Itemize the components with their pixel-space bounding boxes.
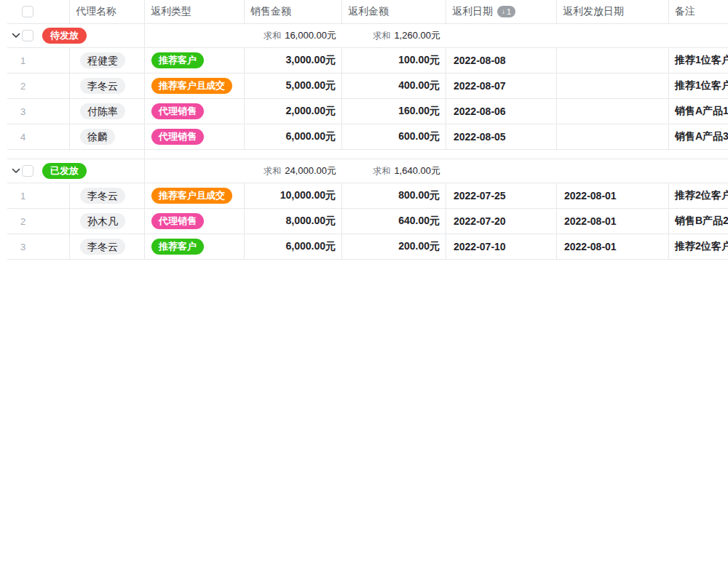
- notes-cell[interactable]: 销售A产品1件: [669, 99, 728, 124]
- notes-value: 推荐2位客户: [675, 240, 728, 253]
- row-number: 1: [20, 55, 25, 66]
- sort-descending-icon: ↓: [502, 8, 505, 15]
- rebate-date-cell[interactable]: 2022-07-25: [446, 183, 557, 208]
- rebate-amount-cell[interactable]: 160.00元: [342, 99, 446, 124]
- issue-date-cell[interactable]: 2022-08-01: [557, 183, 669, 208]
- issue-date-cell[interactable]: [557, 73, 669, 98]
- notes-cell[interactable]: 推荐1位客户: [669, 48, 728, 73]
- rebate-amount-value: 200.00元: [398, 240, 440, 253]
- rebate-type-cell[interactable]: 推荐客户: [145, 234, 245, 259]
- row-number-cell[interactable]: 3: [7, 99, 70, 124]
- rebate-type-cell[interactable]: 推荐客户且成交: [145, 73, 245, 98]
- group-sum-sales: 24,000.00元: [285, 164, 336, 178]
- sales-amount-cell[interactable]: 8,000.00元: [245, 209, 342, 234]
- group-badge[interactable]: 待发放: [42, 28, 87, 44]
- group-gap-row: [7, 150, 728, 159]
- row-number: 1: [20, 191, 25, 202]
- rebate-date-cell[interactable]: 2022-07-10: [446, 234, 557, 259]
- rebate-amount-cell[interactable]: 200.00元: [342, 234, 446, 259]
- sales-amount-cell[interactable]: 3,000.00元: [245, 48, 342, 73]
- sum-label: 求和: [373, 30, 390, 42]
- notes-cell[interactable]: 销售B产品2件: [669, 209, 728, 234]
- issue-date-cell[interactable]: [557, 48, 669, 73]
- sales-amount-cell[interactable]: 6,000.00元: [245, 124, 342, 149]
- sales-amount-cell[interactable]: 2,000.00元: [245, 99, 342, 124]
- column-header-agent-name[interactable]: 代理名称: [70, 0, 145, 23]
- agent-name-cell[interactable]: 付陈率: [70, 99, 145, 124]
- column-header-issue-date[interactable]: 返利发放日期: [557, 0, 669, 23]
- row-number-cell[interactable]: 2: [7, 209, 70, 234]
- table-row: 4 徐麟 代理销售 6,000.00元 600.00元 2022-08-05 销…: [7, 124, 728, 150]
- row-number-cell[interactable]: 2: [7, 73, 70, 98]
- agent-name-cell[interactable]: 程健雯: [70, 48, 145, 73]
- group-select-checkbox[interactable]: [22, 30, 33, 41]
- agent-name-cell[interactable]: 李冬云: [70, 73, 145, 98]
- rebate-type-badge: 推荐客户且成交: [151, 78, 232, 94]
- agent-name-pill: 付陈率: [80, 103, 125, 119]
- notes-cell[interactable]: 销售A产品3件: [669, 124, 728, 149]
- rebate-date-cell[interactable]: 2022-08-07: [446, 73, 557, 98]
- issue-date-cell[interactable]: 2022-08-01: [557, 209, 669, 234]
- group-sum-sales-cell[interactable]: 求和24,000.00元: [245, 159, 342, 183]
- table-grid: 代理名称 返利类型 销售金额 返利金额 返利日期 ↓1 返利发放日期 备注 待发…: [7, 0, 728, 260]
- column-header-sales-amount[interactable]: 销售金额: [245, 0, 342, 23]
- group-badge[interactable]: 已发放: [42, 163, 87, 179]
- column-header-label: 销售金额: [250, 5, 291, 18]
- issue-date-cell[interactable]: [557, 124, 669, 149]
- sales-amount-cell[interactable]: 6,000.00元: [245, 234, 342, 259]
- column-header-rebate-type[interactable]: 返利类型: [145, 0, 245, 23]
- rebate-amount-cell[interactable]: 640.00元: [342, 209, 446, 234]
- rebate-amount-cell[interactable]: 400.00元: [342, 73, 446, 98]
- select-all-checkbox[interactable]: [22, 6, 33, 17]
- group-select-checkbox[interactable]: [22, 165, 33, 177]
- row-number-cell[interactable]: 3: [7, 234, 70, 259]
- rebate-type-cell[interactable]: 代理销售: [145, 99, 245, 124]
- notes-cell[interactable]: 推荐2位客户: [669, 183, 728, 208]
- row-number-cell[interactable]: 1: [7, 183, 70, 208]
- group-sum-rebate: 1,260.00元: [394, 29, 440, 42]
- agent-name-cell[interactable]: 李冬云: [70, 183, 145, 208]
- notes-value: 销售A产品1件: [675, 105, 728, 118]
- agent-name-cell[interactable]: 李冬云: [70, 234, 145, 259]
- rebate-amount-value: 640.00元: [398, 215, 440, 228]
- notes-cell[interactable]: 推荐2位客户: [669, 234, 728, 259]
- rebate-date-cell[interactable]: 2022-08-06: [446, 99, 557, 124]
- group-sum-rebate-cell[interactable]: 求和1,640.00元: [342, 159, 446, 183]
- rebate-date-value: 2022-08-08: [454, 55, 506, 66]
- column-header-rebate-date[interactable]: 返利日期 ↓1: [446, 0, 557, 23]
- issue-date-cell[interactable]: [557, 99, 669, 124]
- issue-date-cell[interactable]: 2022-08-01: [557, 234, 669, 259]
- group-empty-cell: [557, 159, 669, 183]
- header-select-cell: [7, 0, 70, 23]
- sales-amount-cell[interactable]: 10,000.00元: [245, 183, 342, 208]
- sort-badge[interactable]: ↓1: [497, 6, 515, 17]
- group-sum-sales-cell[interactable]: 求和16,000.00元: [245, 24, 342, 47]
- column-header-label: 返利类型: [151, 5, 191, 18]
- rebate-type-cell[interactable]: 推荐客户且成交: [145, 183, 245, 208]
- rebate-date-cell[interactable]: 2022-08-08: [446, 48, 557, 73]
- rebate-date-cell[interactable]: 2022-08-05: [446, 124, 557, 149]
- sales-amount-cell[interactable]: 5,000.00元: [245, 73, 342, 98]
- table-row: 3 李冬云 推荐客户 6,000.00元 200.00元 2022-07-10 …: [7, 234, 728, 260]
- rebate-type-cell[interactable]: 代理销售: [145, 209, 245, 234]
- group-empty-cell: [669, 159, 728, 183]
- rebate-type-badge: 代理销售: [151, 129, 204, 145]
- agent-name-cell[interactable]: 孙木凡: [70, 209, 145, 234]
- rebate-type-badge: 推荐客户: [151, 52, 204, 68]
- agent-name-pill: 孙木凡: [80, 213, 125, 229]
- rebate-type-cell[interactable]: 推荐客户: [145, 48, 245, 73]
- group-sum-rebate-cell[interactable]: 求和1,260.00元: [342, 24, 446, 47]
- rebate-date-cell[interactable]: 2022-07-20: [446, 209, 557, 234]
- group-header-left: 待发放: [7, 24, 145, 47]
- rebate-amount-cell[interactable]: 800.00元: [342, 183, 446, 208]
- row-number-cell[interactable]: 1: [7, 48, 70, 73]
- rebate-amount-cell[interactable]: 600.00元: [342, 124, 446, 149]
- rebate-type-cell[interactable]: 代理销售: [145, 124, 245, 149]
- agent-name-cell[interactable]: 徐麟: [70, 124, 145, 149]
- row-number-cell[interactable]: 4: [7, 124, 70, 149]
- rebate-amount-cell[interactable]: 100.00元: [342, 48, 446, 73]
- notes-cell[interactable]: 推荐1位客户: [669, 73, 728, 98]
- column-header-rebate-amount[interactable]: 返利金额: [342, 0, 446, 23]
- column-header-notes[interactable]: 备注: [669, 0, 728, 23]
- row-number: 2: [20, 81, 25, 92]
